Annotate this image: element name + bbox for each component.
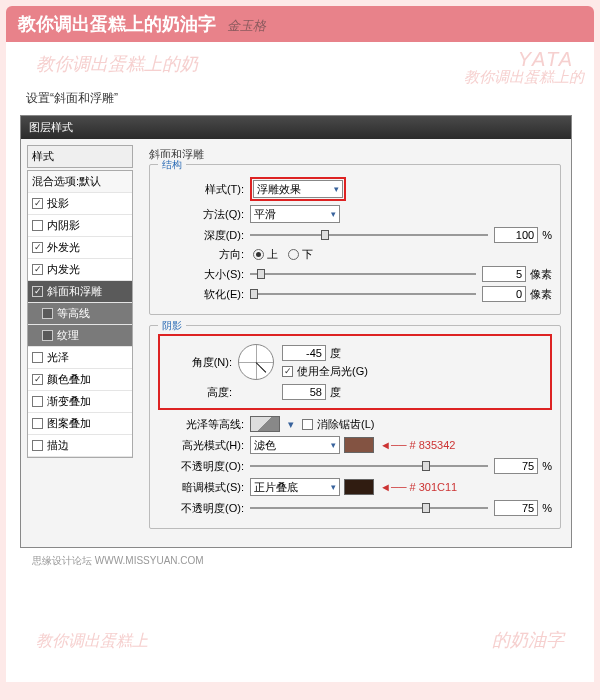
style-item-纹理[interactable]: 纹理 (28, 325, 132, 347)
style-item-渐变叠加[interactable]: 渐变叠加 (28, 391, 132, 413)
style-label: 样式(T): (158, 182, 250, 197)
shadow-mode-label: 暗调模式(S): (158, 480, 250, 495)
gloss-contour-label: 光泽等高线: (158, 417, 250, 432)
style-item-内发光[interactable]: 内发光 (28, 259, 132, 281)
style-item-内阴影[interactable]: 内阴影 (28, 215, 132, 237)
blend-options-item[interactable]: 混合选项:默认 (28, 171, 132, 193)
altitude-unit: 度 (330, 385, 341, 400)
direction-up-radio[interactable] (253, 249, 264, 260)
dialog-titlebar[interactable]: 图层样式 (21, 116, 571, 139)
content-area: 教你调出蛋糕上的奶 YATA 教你调出蛋糕上的 教你调出蛋糕上 的奶油字 设置“… (6, 42, 594, 682)
color-annotation: ◄── # 301C11 (380, 481, 457, 493)
highlight-mode-label: 高光模式(H): (158, 438, 250, 453)
style-checkbox[interactable] (32, 220, 43, 231)
depth-unit: % (542, 229, 552, 241)
style-item-label: 投影 (47, 196, 69, 211)
highlight-box: 浮雕效果 ▾ (250, 177, 346, 201)
step-caption: 设置“斜面和浮雕” (26, 90, 580, 107)
direction-up-label: 上 (267, 247, 278, 262)
soften-slider[interactable] (250, 287, 476, 301)
gloss-contour-picker[interactable] (250, 416, 280, 432)
highlight-opacity-slider[interactable] (250, 459, 488, 473)
angle-unit: 度 (330, 346, 341, 361)
highlight-opacity-unit: % (542, 460, 552, 472)
style-item-颜色叠加[interactable]: 颜色叠加 (28, 369, 132, 391)
style-item-投影[interactable]: 投影 (28, 193, 132, 215)
chevron-down-icon: ▾ (331, 209, 336, 219)
bevel-emboss-panel: 斜面和浮雕 结构 样式(T): 浮雕效果 ▾ 方法(Q): (139, 139, 571, 547)
page-header: 教你调出蛋糕上的奶油字 金玉格 (6, 6, 594, 42)
chevron-down-icon: ▾ (334, 184, 339, 194)
style-item-label: 图案叠加 (47, 416, 91, 431)
watermark-text: 教你调出蛋糕上的 (464, 68, 584, 87)
structure-fieldset: 结构 样式(T): 浮雕效果 ▾ 方法(Q): 平滑 (149, 164, 561, 315)
global-light-checkbox[interactable] (282, 366, 293, 377)
shadow-opacity-input[interactable]: 75 (494, 500, 538, 516)
antialias-checkbox[interactable] (302, 419, 313, 430)
style-checkbox[interactable] (32, 242, 43, 253)
angle-input[interactable]: -45 (282, 345, 326, 361)
style-checkbox[interactable] (32, 352, 43, 363)
altitude-input[interactable]: 58 (282, 384, 326, 400)
technique-label: 方法(Q): (158, 207, 250, 222)
direction-label: 方向: (158, 247, 250, 262)
styles-header: 样式 (27, 145, 133, 168)
size-slider[interactable] (250, 267, 476, 281)
style-item-label: 描边 (47, 438, 69, 453)
bevel-title: 斜面和浮雕 (149, 147, 561, 162)
style-checkbox[interactable] (32, 264, 43, 275)
highlight-opacity-input[interactable]: 75 (494, 458, 538, 474)
direction-down-radio[interactable] (288, 249, 299, 260)
style-checkbox[interactable] (32, 440, 43, 451)
style-item-等高线[interactable]: 等高线 (28, 303, 132, 325)
soften-input[interactable]: 0 (482, 286, 526, 302)
watermark-text: 教你调出蛋糕上的奶 (36, 52, 198, 76)
style-item-光泽[interactable]: 光泽 (28, 347, 132, 369)
altitude-label: 高度: (166, 385, 238, 400)
shadow-opacity-unit: % (542, 502, 552, 514)
highlight-opacity-label: 不透明度(O): (158, 459, 250, 474)
highlight-color-swatch[interactable] (344, 437, 374, 453)
style-checkbox[interactable] (42, 308, 53, 319)
page-title: 教你调出蛋糕上的奶油字 (18, 14, 216, 34)
size-unit: 像素 (530, 267, 552, 282)
chevron-down-icon: ▾ (331, 482, 336, 492)
watermark-text: 教你调出蛋糕上 (36, 631, 148, 652)
shadow-opacity-slider[interactable] (250, 501, 488, 515)
style-item-label: 外发光 (47, 240, 80, 255)
shadow-color-swatch[interactable] (344, 479, 374, 495)
chevron-down-icon[interactable]: ▾ (288, 418, 294, 431)
angle-dial[interactable] (238, 344, 274, 380)
style-checkbox[interactable] (32, 374, 43, 385)
angle-label: 角度(N): (166, 355, 238, 370)
soften-unit: 像素 (530, 287, 552, 302)
global-light-label: 使用全局光(G) (297, 364, 368, 379)
style-item-描边[interactable]: 描边 (28, 435, 132, 457)
style-checkbox[interactable] (42, 330, 53, 341)
style-select[interactable]: 浮雕效果 ▾ (253, 180, 343, 198)
chevron-down-icon: ▾ (331, 440, 336, 450)
style-item-label: 纹理 (57, 328, 79, 343)
style-checkbox[interactable] (32, 198, 43, 209)
depth-input[interactable]: 100 (494, 227, 538, 243)
technique-select[interactable]: 平滑 ▾ (250, 205, 340, 223)
layer-style-dialog: 图层样式 样式 混合选项:默认 投影内阴影外发光内发光斜面和浮雕等高线纹理光泽颜… (20, 115, 572, 548)
style-checkbox[interactable] (32, 286, 43, 297)
direction-down-label: 下 (302, 247, 313, 262)
color-annotation: ◄── # 835342 (380, 439, 455, 451)
style-item-图案叠加[interactable]: 图案叠加 (28, 413, 132, 435)
highlight-mode-select[interactable]: 滤色 ▾ (250, 436, 340, 454)
watermark-yata: YATA (518, 48, 574, 71)
size-input[interactable]: 5 (482, 266, 526, 282)
style-item-label: 等高线 (57, 306, 90, 321)
style-item-label: 内阴影 (47, 218, 80, 233)
depth-slider[interactable] (250, 228, 488, 242)
style-checkbox[interactable] (32, 418, 43, 429)
shadow-opacity-label: 不透明度(O): (158, 501, 250, 516)
shading-legend: 阴影 (158, 319, 186, 333)
style-checkbox[interactable] (32, 396, 43, 407)
shadow-mode-select[interactable]: 正片叠底 ▾ (250, 478, 340, 496)
style-item-外发光[interactable]: 外发光 (28, 237, 132, 259)
style-item-斜面和浮雕[interactable]: 斜面和浮雕 (28, 281, 132, 303)
style-list: 混合选项:默认 投影内阴影外发光内发光斜面和浮雕等高线纹理光泽颜色叠加渐变叠加图… (27, 170, 133, 458)
